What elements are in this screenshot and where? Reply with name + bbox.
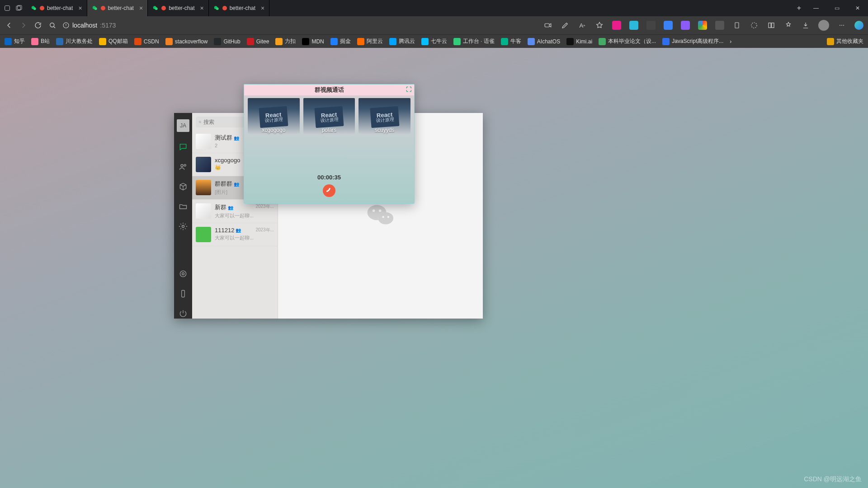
bookmark-item[interactable]: 工作台 · 语雀 (453, 38, 495, 45)
new-tab-button[interactable]: + (793, 0, 806, 16)
tab-close-icon[interactable]: × (139, 5, 143, 12)
extension-1[interactable] (612, 21, 621, 30)
conversation-item[interactable]: 111212👥 大家可以一起聊... 2023年... (192, 223, 278, 246)
bookmark-item[interactable]: 川大教务处 (56, 38, 93, 45)
browser-tab[interactable]: better-chat × (209, 0, 270, 16)
bookmark-favicon-icon (302, 38, 309, 45)
bookmark-item[interactable]: B站 (31, 38, 50, 45)
bookmark-item[interactable]: JavaScript高级程序... (662, 38, 723, 45)
contacts-tab-icon[interactable] (178, 162, 188, 172)
split-icon[interactable] (767, 21, 776, 30)
power-icon[interactable] (178, 309, 188, 319)
bookmark-item[interactable]: 知乎 (5, 38, 25, 45)
browser-tab[interactable]: better-chat × (148, 0, 209, 16)
video-content: React设计原理 (315, 106, 344, 128)
svg-point-15 (751, 23, 757, 28)
nav-back[interactable] (5, 21, 14, 30)
extension-4[interactable] (664, 21, 673, 30)
bookmark-favicon-icon (421, 38, 429, 45)
bookmark-item[interactable]: CSDN (134, 38, 159, 45)
bookmark-item[interactable]: AIchatOS (528, 38, 560, 45)
recording-dot-icon (222, 6, 227, 10)
participant-tile[interactable]: React设计原理 xcgogogo (248, 98, 300, 134)
extension-7[interactable] (715, 21, 724, 30)
copilot-icon[interactable] (854, 21, 863, 30)
conversation-preview: 大家可以一起聊... (215, 235, 274, 241)
folder-icon (827, 38, 834, 45)
video-content: React设计原理 (259, 106, 288, 128)
conversation-name: 测试群 (215, 134, 232, 142)
extension-6[interactable] (698, 21, 707, 30)
bookmark-item[interactable]: 七牛云 (421, 38, 447, 45)
sync-icon[interactable] (750, 21, 759, 30)
settings-tab-icon[interactable] (178, 221, 188, 231)
url-display[interactable]: localhost:5173 (62, 22, 116, 29)
participant-tile[interactable]: React设计原理 polars (303, 98, 355, 134)
participant-name: xcgogogo (248, 127, 300, 133)
fullscreen-icon[interactable]: ⛶ (406, 86, 411, 93)
me-avatar[interactable]: JA (177, 119, 189, 132)
bookmark-item[interactable]: MDN (302, 38, 324, 45)
bookmark-item[interactable]: GitHub (214, 38, 240, 45)
downloads-icon[interactable] (801, 21, 810, 30)
tab-close-icon[interactable]: × (200, 5, 204, 12)
wechat-favicon-icon (31, 5, 37, 11)
note-icon[interactable] (732, 21, 741, 30)
conversation-timestamp: 2023年... (255, 203, 274, 210)
window-close[interactable]: ✕ (847, 5, 868, 11)
participant-tile[interactable]: React设计原理 scuyyds (359, 98, 410, 134)
profile-avatar[interactable] (818, 20, 829, 31)
video-call-title: 群视频通话 (315, 86, 344, 94)
more-icon[interactable]: ⋯ (837, 21, 846, 30)
bookmarks-overflow[interactable]: › (730, 38, 731, 45)
bookmark-label: CSDN (144, 38, 159, 45)
window-maximize[interactable]: ▭ (826, 5, 847, 11)
reader-icon[interactable]: A» (578, 21, 587, 30)
address-bar: localhost:5173 A» ⋯ (0, 16, 868, 34)
tab-close-icon[interactable]: × (261, 5, 264, 12)
edit-icon[interactable] (561, 21, 570, 30)
conversation-avatar (196, 180, 211, 195)
bookmark-item[interactable]: stackoverflow (165, 38, 208, 45)
chat-tab-icon[interactable] (178, 142, 188, 152)
bookmark-item[interactable]: 腾讯云 (389, 38, 415, 45)
bookmark-label: stackoverflow (175, 38, 208, 45)
phone-tab-icon[interactable] (178, 289, 188, 299)
bookmark-favicon-icon (275, 38, 283, 45)
favorites-icon[interactable] (784, 21, 793, 30)
window-minimize[interactable]: ― (806, 5, 826, 11)
bookmark-item[interactable]: Gitee (247, 38, 269, 45)
svg-point-8 (155, 7, 158, 10)
box-tab-icon[interactable] (178, 182, 188, 192)
other-bookmarks[interactable]: 其他收藏夹 (827, 38, 863, 45)
svg-rect-16 (769, 23, 771, 28)
nav-forward[interactable] (19, 21, 28, 30)
star-icon[interactable] (595, 21, 604, 30)
bookmark-item[interactable]: 牛客 (501, 38, 521, 45)
window-menu[interactable] (0, 0, 26, 16)
bookmark-favicon-icon (599, 38, 606, 45)
bookmark-item[interactable]: 掘金 (330, 38, 351, 45)
bookmark-item[interactable]: QQ邮箱 (99, 38, 128, 45)
svg-point-6 (94, 7, 97, 10)
bookmark-item[interactable]: Kimi.ai (566, 38, 592, 45)
extension-3[interactable] (646, 21, 656, 30)
link-icon[interactable] (178, 269, 188, 279)
extension-2[interactable] (629, 21, 638, 30)
bookmark-item[interactable]: 本科毕业论文（设... (599, 38, 656, 45)
camera-icon[interactable] (543, 21, 552, 30)
video-call-title-bar[interactable]: 群视频通话 ⛶ (244, 84, 414, 95)
tab-close-icon[interactable]: × (78, 5, 82, 12)
hangup-button[interactable] (323, 184, 335, 197)
svg-point-19 (184, 164, 186, 166)
browser-tab[interactable]: better-chat × (26, 0, 87, 16)
extension-5[interactable] (681, 21, 690, 30)
browser-tab[interactable]: better-chat × (87, 0, 148, 16)
bookmark-item[interactable]: 力扣 (275, 38, 296, 45)
bookmark-item[interactable]: 阿里云 (357, 38, 383, 45)
folder-tab-icon[interactable] (178, 202, 188, 211)
svg-rect-22 (182, 291, 185, 297)
video-call-modal: 群视频通话 ⛶ React设计原理 xcgogogoReact设计原理 pola… (244, 84, 415, 204)
nav-search[interactable] (48, 21, 57, 30)
nav-reload[interactable] (33, 21, 42, 30)
